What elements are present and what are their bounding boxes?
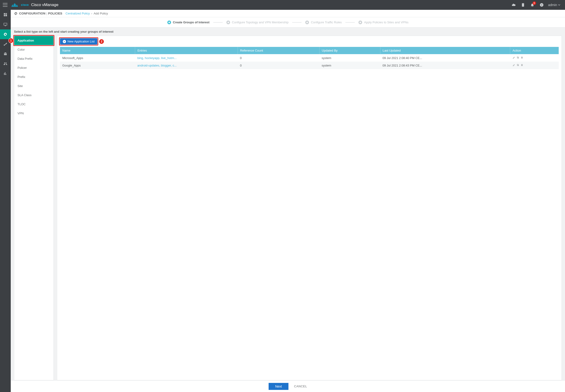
user-menu[interactable]: admin (546, 3, 562, 7)
notif-badge: 8 (533, 1, 536, 5)
user-name: admin (548, 3, 557, 7)
cisco-text: cisco (21, 3, 29, 7)
tasks-icon[interactable] (518, 0, 528, 10)
cisco-bars-icon (12, 3, 18, 7)
app-title: Cisco vManage (31, 2, 58, 7)
menu-toggle[interactable] (3, 2, 7, 7)
svg-text:?: ? (541, 4, 542, 6)
cloud-icon[interactable] (509, 0, 518, 10)
help-icon[interactable]: ? (537, 0, 546, 10)
cisco-logo (12, 3, 19, 7)
chevron-down-icon (558, 4, 560, 6)
topbar: cisco Cisco vManage 8 ? admin (0, 0, 565, 10)
bell-icon[interactable]: 8 (528, 0, 537, 10)
